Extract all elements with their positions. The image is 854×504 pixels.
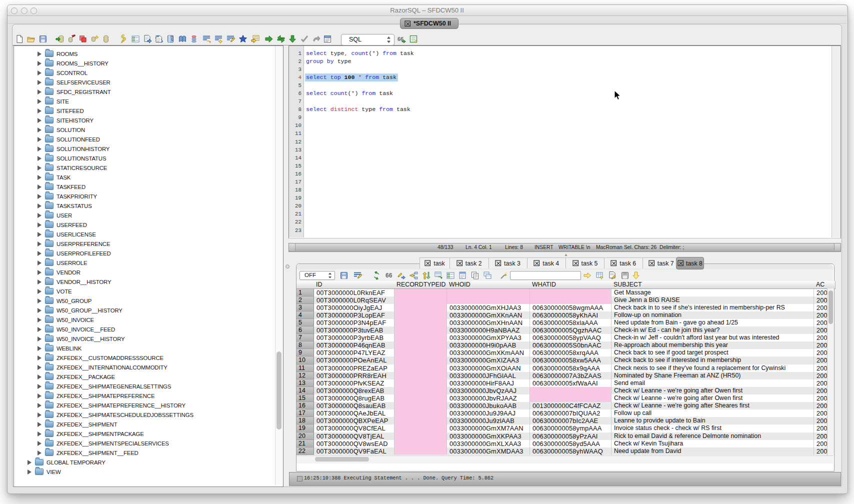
- svg-text:66: 66: [386, 272, 392, 279]
